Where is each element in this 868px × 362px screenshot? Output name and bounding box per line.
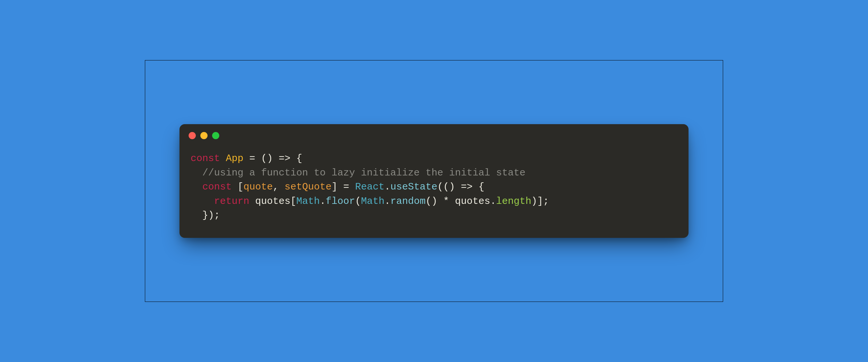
code-text: = () => { (243, 153, 302, 164)
code-text: }); (202, 210, 220, 221)
code-text (220, 153, 226, 164)
method-floor: floor (326, 196, 355, 207)
code-editor-window: const App = () => { //using a function t… (180, 124, 688, 238)
code-block: const App = () => { //using a function t… (180, 142, 688, 226)
class-math: Math (296, 196, 320, 207)
indent (191, 181, 202, 192)
keyword-const: const (202, 181, 232, 192)
code-text: )]; (531, 196, 549, 207)
code-comment: //using a function to lazy initialize th… (202, 167, 525, 178)
code-text: () * quotes. (426, 196, 496, 207)
background-frame: const App = () => { //using a function t… (145, 60, 723, 302)
window-titlebar (180, 124, 688, 142)
variable-quote: quote (243, 181, 273, 192)
code-text: . (384, 196, 390, 207)
property-length: length (496, 196, 531, 207)
keyword-return: return (214, 196, 249, 207)
code-text: (() => { (437, 181, 484, 192)
maximize-icon[interactable] (212, 132, 219, 139)
function-name: App (226, 153, 243, 164)
code-text: ] = (332, 181, 355, 192)
minimize-icon[interactable] (200, 132, 208, 139)
indent (191, 210, 202, 221)
variable-setquote: setQuote (284, 181, 332, 192)
class-math: Math (361, 196, 384, 207)
indent (191, 167, 202, 178)
code-text: quotes[ (249, 196, 296, 207)
close-icon[interactable] (189, 132, 196, 139)
code-text: ( (355, 196, 361, 207)
code-text: . (320, 196, 326, 207)
method-random: random (390, 196, 426, 207)
code-text: , (273, 181, 284, 192)
indent (191, 196, 214, 207)
code-text: [ (232, 181, 243, 192)
keyword-const: const (191, 153, 220, 164)
class-react: React (355, 181, 384, 192)
method-usestate: useState (390, 181, 437, 192)
code-text: . (384, 181, 390, 192)
